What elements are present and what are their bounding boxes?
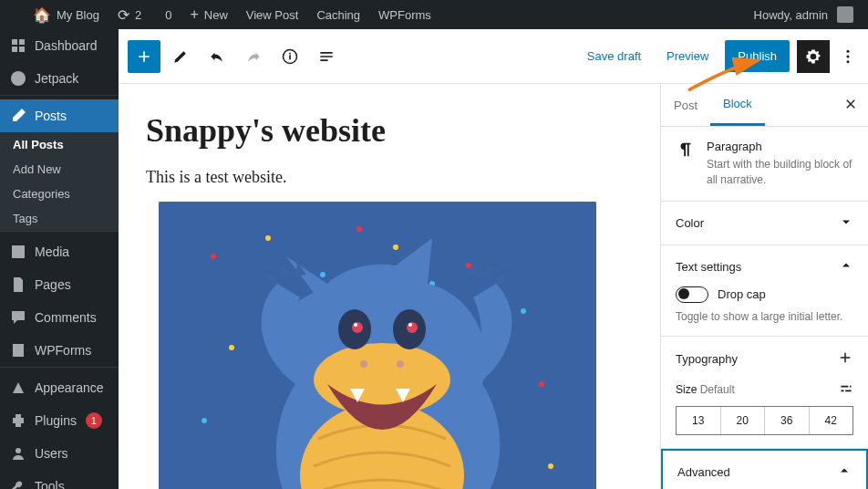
settings-button[interactable] (797, 40, 830, 73)
font-size-presets: 13 20 36 42 (676, 406, 853, 435)
sidebar-label: Comments (35, 310, 97, 325)
sidebar-pages[interactable]: Pages (0, 268, 119, 301)
sidebar-users[interactable]: Users (0, 437, 119, 470)
block-type-name: Paragraph (707, 140, 853, 153)
size-default: Default (700, 383, 735, 396)
close-inspector-button[interactable] (833, 87, 868, 124)
svg-rect-6 (289, 55, 291, 59)
sidebar-media[interactable]: Media (0, 235, 119, 268)
svg-point-19 (539, 381, 544, 387)
add-block-button[interactable] (128, 40, 160, 73)
sidebar-label: Tools (35, 479, 65, 489)
sidebar-label: Jetpack (35, 71, 78, 86)
sidebar-tags[interactable]: Tags (0, 206, 119, 231)
view-post[interactable]: View Post (239, 0, 306, 29)
svg-point-14 (320, 272, 326, 277)
svg-rect-1 (12, 245, 25, 258)
svg-point-36 (408, 323, 412, 327)
undo-button[interactable] (201, 40, 233, 73)
post-title[interactable]: Snappy's website (146, 111, 642, 150)
info-button[interactable] (274, 40, 306, 73)
color-panel[interactable]: Color (676, 214, 853, 232)
caching[interactable]: Caching (309, 0, 367, 29)
svg-point-16 (466, 263, 471, 268)
font-size-36[interactable]: 36 (765, 407, 810, 434)
typography-panel[interactable]: Typography (676, 352, 738, 366)
sidebar-label: Plugins (35, 413, 77, 428)
sidebar-label: Media (35, 244, 69, 259)
tab-block[interactable]: Block (710, 84, 765, 126)
svg-point-0 (11, 71, 26, 86)
sidebar-add-new[interactable]: Add New (0, 157, 119, 182)
ab-comments[interactable]: 0 (152, 0, 179, 29)
sidebar-plugins[interactable]: Plugins1 (0, 404, 119, 437)
sidebar-posts[interactable]: Posts (0, 99, 119, 132)
chevron-down-icon (839, 214, 853, 232)
more-options-button[interactable] (837, 40, 859, 73)
sidebar-label: Dashboard (35, 38, 98, 53)
publish-button[interactable]: Publish (725, 40, 790, 72)
sliders-icon[interactable] (839, 381, 853, 399)
preview-button[interactable]: Preview (657, 44, 718, 68)
sidebar-wpforms[interactable]: WPForms (0, 334, 119, 367)
paragraph-icon (676, 140, 696, 188)
tab-post[interactable]: Post (661, 86, 710, 125)
svg-point-13 (265, 235, 271, 241)
drop-cap-help: Toggle to show a large initial letter. (676, 310, 853, 323)
avatar (837, 6, 853, 23)
size-label: Size (676, 383, 697, 396)
site-name[interactable]: 🏠My Blog (26, 0, 107, 29)
admin-sidebar: Dashboard Jetpack Posts All Posts Add Ne… (0, 29, 119, 489)
chevron-up-icon (839, 258, 853, 276)
edit-mode-button[interactable] (164, 40, 197, 73)
ab-wpforms[interactable]: WPForms (371, 0, 439, 29)
redo-button[interactable] (237, 40, 270, 73)
font-size-13[interactable]: 13 (677, 407, 721, 434)
inspector-panel: Post Block Paragraph Start with the buil… (660, 84, 868, 489)
plus-icon[interactable] (837, 349, 853, 369)
paragraph-block[interactable]: This is a test website. (146, 168, 642, 187)
howdy-account[interactable]: Howdy, admin (747, 0, 861, 29)
sidebar-all-posts[interactable]: All Posts (0, 132, 119, 157)
chevron-up-icon (837, 463, 852, 481)
svg-point-8 (847, 49, 850, 52)
svg-point-33 (352, 322, 363, 333)
text-settings-panel[interactable]: Text settings (676, 258, 853, 276)
sidebar-jetpack[interactable]: Jetpack (0, 62, 119, 95)
svg-point-18 (229, 345, 234, 350)
drop-cap-label: Drop cap (718, 287, 766, 301)
sidebar-label: Users (35, 446, 68, 461)
wp-logo[interactable] (7, 0, 22, 29)
outline-button[interactable] (310, 40, 343, 73)
svg-point-12 (211, 254, 216, 259)
sidebar-dashboard[interactable]: Dashboard (0, 29, 119, 62)
save-draft-button[interactable]: Save draft (578, 44, 650, 68)
advanced-panel[interactable]: Advanced (677, 463, 852, 481)
svg-point-3 (16, 448, 21, 453)
svg-point-10 (847, 60, 850, 63)
sidebar-categories[interactable]: Categories (0, 182, 119, 206)
svg-point-38 (397, 360, 404, 368)
editor-content[interactable]: Snappy's website This is a test website. (119, 84, 660, 489)
svg-point-20 (202, 418, 207, 423)
image-block[interactable] (159, 202, 596, 489)
new-content[interactable]: +New (182, 0, 234, 29)
sidebar-label: Posts (35, 109, 67, 123)
sidebar-label: Appearance (35, 380, 104, 395)
font-size-42[interactable]: 42 (810, 407, 853, 434)
font-size-20[interactable]: 20 (721, 407, 766, 434)
sidebar-comments[interactable]: Comments (0, 301, 119, 334)
block-editor: Save draft Preview Publish Snappy's webs… (119, 29, 868, 489)
sidebar-label: WPForms (35, 343, 91, 358)
sidebar-tools[interactable]: Tools (0, 470, 119, 489)
block-type-desc: Start with the building block of all nar… (707, 157, 853, 188)
sidebar-appearance[interactable]: Appearance (0, 371, 119, 404)
drop-cap-toggle[interactable] (676, 286, 708, 303)
svg-point-35 (354, 323, 357, 327)
svg-point-15 (393, 244, 398, 250)
svg-point-9 (847, 55, 850, 57)
plugins-badge: 1 (86, 412, 102, 429)
updates[interactable]: ⟳2 (110, 0, 149, 29)
sidebar-label: Pages (35, 277, 71, 292)
svg-point-34 (407, 322, 418, 333)
